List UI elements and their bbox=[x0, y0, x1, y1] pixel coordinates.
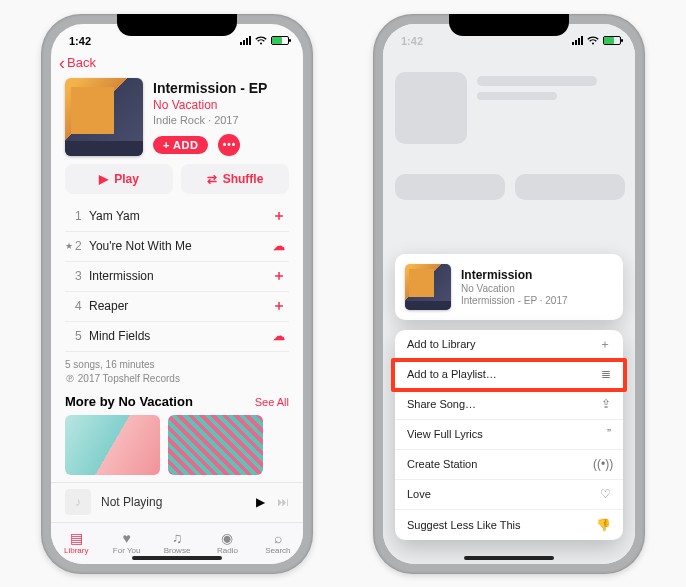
track-name: Yam Yam bbox=[89, 209, 269, 223]
back-button[interactable]: ‹ Back bbox=[51, 52, 303, 76]
notch bbox=[117, 14, 237, 36]
context-menu-label: Share Song… bbox=[407, 398, 476, 410]
home-indicator[interactable] bbox=[132, 556, 222, 560]
playlist-icon: ≣ bbox=[593, 367, 611, 381]
track-row[interactable]: 1Yam Yam＋ bbox=[65, 202, 289, 232]
signal-icon bbox=[240, 36, 251, 45]
context-menu-item[interactable]: Share Song…⇪ bbox=[395, 390, 623, 420]
plus-icon[interactable]: ＋ bbox=[269, 297, 289, 315]
tab-label: Search bbox=[265, 546, 290, 555]
track-row[interactable]: 3Intermission＋ bbox=[65, 262, 289, 292]
wifi-icon bbox=[255, 36, 267, 45]
context-menu-item[interactable]: Create Station((•)) bbox=[395, 450, 623, 480]
album-title: Intermission - EP bbox=[153, 80, 289, 96]
plus-icon[interactable]: ＋ bbox=[269, 267, 289, 285]
forward-icon[interactable]: ⏭ bbox=[277, 495, 289, 509]
context-track-artist: No Vacation bbox=[461, 283, 568, 294]
signal-icon bbox=[572, 36, 583, 45]
tab-library[interactable]: ▤Library bbox=[51, 523, 101, 564]
context-menu-label: Create Station bbox=[407, 458, 477, 470]
tab-label: For You bbox=[113, 546, 141, 555]
context-menu-item[interactable]: View Full Lyrics” bbox=[395, 420, 623, 450]
more-by-section: More by No Vacation See All bbox=[51, 394, 303, 475]
play-button[interactable]: ▶ Play bbox=[65, 164, 173, 194]
phone-right: 1:42 Intermission No Vacation Intermissi… bbox=[373, 14, 645, 574]
context-menu-item[interactable]: Suggest Less Like This👎 bbox=[395, 510, 623, 540]
context-menu-item[interactable]: Add to a Playlist…≣ bbox=[395, 360, 623, 390]
context-menu-label: Suggest Less Like This bbox=[407, 519, 521, 531]
track-name: You're Not With Me bbox=[89, 239, 269, 253]
context-track-album: Intermission - EP · 2017 bbox=[461, 295, 568, 306]
note-icon: ♫ bbox=[172, 531, 183, 545]
album-art bbox=[405, 264, 451, 310]
track-row[interactable]: 4Reaper＋ bbox=[65, 292, 289, 322]
context-menu-label: Love bbox=[407, 488, 431, 500]
now-playing-art: ♪ bbox=[65, 489, 91, 515]
more-by-heading: More by No Vacation bbox=[65, 394, 193, 409]
chevron-left-icon: ‹ bbox=[59, 54, 65, 72]
track-name: Mind Fields bbox=[89, 329, 269, 343]
search-icon: ⌕ bbox=[274, 531, 282, 545]
context-menu-label: Add to a Playlist… bbox=[407, 368, 497, 380]
play-shuffle-row: ▶ Play ⇄ Shuffle bbox=[51, 164, 303, 202]
station-icon: ((•)) bbox=[593, 457, 611, 471]
wifi-icon bbox=[587, 36, 599, 45]
tab-label: Library bbox=[64, 546, 88, 555]
track-row[interactable]: 5Mind Fields☁︎ bbox=[65, 322, 289, 352]
track-list: 1Yam Yam＋★2You're Not With Me☁︎3Intermis… bbox=[51, 202, 303, 352]
home-indicator[interactable] bbox=[464, 556, 554, 560]
context-menu: Add to Library＋Add to a Playlist…≣Share … bbox=[395, 330, 623, 540]
album-art[interactable] bbox=[65, 78, 143, 156]
context-preview-card: Intermission No Vacation Intermission - … bbox=[395, 254, 623, 320]
radio-icon: ◉ bbox=[221, 531, 233, 545]
shuffle-button[interactable]: ⇄ Shuffle bbox=[181, 164, 289, 194]
track-summary: 5 songs, 16 minutes bbox=[65, 358, 289, 372]
album-header: Intermission - EP No Vacation Indie Rock… bbox=[51, 76, 303, 164]
lyrics-icon: ” bbox=[593, 427, 611, 441]
status-time: 1:42 bbox=[401, 35, 423, 47]
context-menu-label: Add to Library bbox=[407, 338, 475, 350]
track-number: 4 bbox=[75, 299, 89, 313]
album-genre-year: Indie Rock · 2017 bbox=[153, 114, 289, 126]
heart-outline-icon: ♡ bbox=[593, 487, 611, 501]
back-label: Back bbox=[67, 55, 96, 70]
now-playing-bar[interactable]: ♪ Not Playing ▶ ⏭ bbox=[51, 482, 303, 522]
track-number: 2 bbox=[75, 239, 89, 253]
track-number: 5 bbox=[75, 329, 89, 343]
star-icon: ★ bbox=[65, 241, 75, 251]
play-label: Play bbox=[114, 172, 139, 186]
play-icon[interactable]: ▶ bbox=[256, 495, 265, 509]
shuffle-label: Shuffle bbox=[223, 172, 264, 186]
album-artist-link[interactable]: No Vacation bbox=[153, 98, 289, 112]
tab-label: Browse bbox=[164, 546, 191, 555]
track-name: Reaper bbox=[89, 299, 269, 313]
add-button[interactable]: + ADD bbox=[153, 136, 208, 154]
notch bbox=[449, 14, 569, 36]
now-playing-label: Not Playing bbox=[101, 495, 246, 509]
context-menu-item[interactable]: Love♡ bbox=[395, 480, 623, 510]
heart-icon: ♥ bbox=[122, 531, 130, 545]
tab-label: Radio bbox=[217, 546, 238, 555]
share-icon: ⇪ bbox=[593, 397, 611, 411]
track-number: 3 bbox=[75, 269, 89, 283]
track-copyright: ℗ 2017 Topshelf Records bbox=[65, 372, 289, 386]
battery-icon bbox=[603, 36, 621, 45]
track-row[interactable]: ★2You're Not With Me☁︎ bbox=[65, 232, 289, 262]
related-album-1[interactable] bbox=[65, 415, 160, 475]
status-time: 1:42 bbox=[69, 35, 91, 47]
dislike-icon: 👎 bbox=[593, 518, 611, 532]
related-album-2[interactable] bbox=[168, 415, 263, 475]
cloud-download-icon[interactable]: ☁︎ bbox=[269, 239, 289, 253]
cloud-download-icon[interactable]: ☁︎ bbox=[269, 329, 289, 343]
context-menu-item[interactable]: Add to Library＋ bbox=[395, 330, 623, 360]
tab-search[interactable]: ⌕Search bbox=[253, 523, 303, 564]
context-menu-label: View Full Lyrics bbox=[407, 428, 483, 440]
play-icon: ▶ bbox=[99, 172, 108, 186]
plus-icon[interactable]: ＋ bbox=[269, 207, 289, 225]
context-track-title: Intermission bbox=[461, 268, 568, 282]
see-all-link[interactable]: See All bbox=[255, 396, 289, 408]
track-name: Intermission bbox=[89, 269, 269, 283]
phone-left: 1:42 ‹ Back Intermission - EP No Vacatio… bbox=[41, 14, 313, 574]
track-number: 1 bbox=[75, 209, 89, 223]
more-button[interactable]: ••• bbox=[218, 134, 240, 156]
